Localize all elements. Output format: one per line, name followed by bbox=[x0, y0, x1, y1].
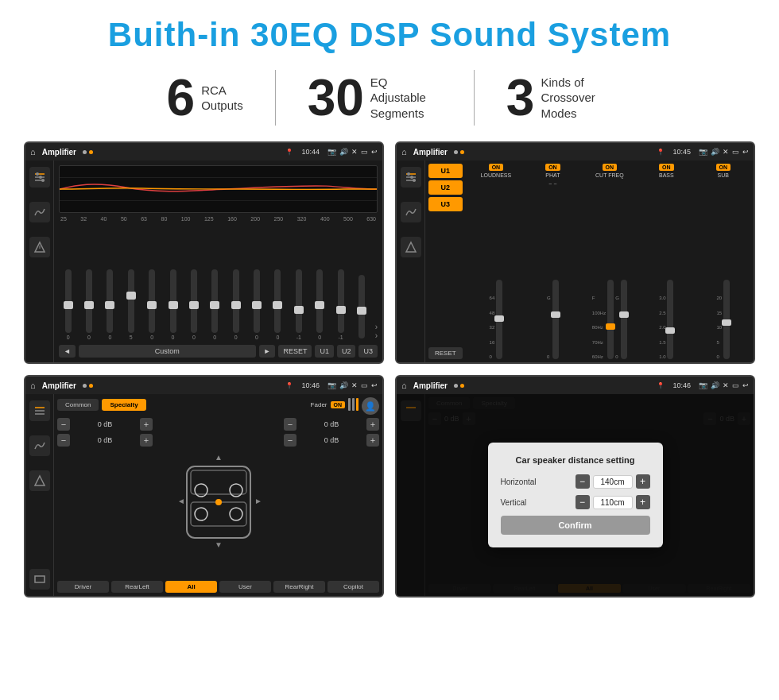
eq-handle-8[interactable] bbox=[231, 301, 241, 309]
eq-sidebar-btn-3[interactable] bbox=[29, 237, 50, 257]
sub-handle[interactable] bbox=[722, 319, 731, 326]
eq-handle-14[interactable] bbox=[357, 307, 366, 315]
u2-btn[interactable]: U2 bbox=[428, 180, 463, 195]
avatar-icon[interactable]: 👤 bbox=[362, 397, 379, 415]
vertical-plus-btn[interactable]: + bbox=[636, 495, 650, 509]
u1-btn[interactable]: U1 bbox=[428, 164, 463, 178]
db-minus-4[interactable]: − bbox=[284, 434, 296, 447]
cutfreq-slider-f[interactable] bbox=[607, 280, 614, 359]
screen-dialog: ⌂ Amplifier 📍 10:46 📷 🔊 ✕ ▭ ↩ bbox=[395, 375, 755, 598]
amp-sidebar-btn-3[interactable] bbox=[401, 237, 421, 257]
home-icon-1[interactable]: ⌂ bbox=[30, 147, 36, 157]
db-minus-1[interactable]: − bbox=[57, 418, 70, 431]
eq-custom-btn[interactable]: Custom bbox=[79, 345, 256, 358]
eq-slider-track-3[interactable] bbox=[128, 269, 134, 333]
sub-slider[interactable] bbox=[723, 280, 730, 359]
eq-sidebar-btn-2[interactable] bbox=[29, 202, 50, 222]
spk-sidebar-btn-3[interactable] bbox=[29, 470, 50, 491]
cutfreq-slider-g[interactable] bbox=[621, 280, 627, 359]
eq-handle-9[interactable] bbox=[252, 301, 262, 309]
spk-sidebar-btn-1[interactable] bbox=[29, 400, 50, 421]
eq-handle-0[interactable] bbox=[64, 301, 73, 309]
amp-sidebar-btn-2[interactable] bbox=[401, 202, 421, 222]
all-btn[interactable]: All bbox=[165, 581, 217, 593]
confirm-button[interactable]: Confirm bbox=[501, 516, 650, 535]
eq-handle-10[interactable] bbox=[273, 301, 282, 309]
eq-handle-3[interactable] bbox=[126, 292, 136, 300]
db-minus-2[interactable]: − bbox=[57, 434, 70, 447]
eq-slider-track-10[interactable] bbox=[274, 269, 281, 333]
eq-handle-5[interactable] bbox=[169, 301, 178, 309]
copilot-btn[interactable]: Copilot bbox=[327, 581, 379, 593]
eq-handle-6[interactable] bbox=[189, 301, 199, 309]
db-plus-2[interactable]: + bbox=[140, 434, 153, 447]
horizontal-minus-btn[interactable]: − bbox=[576, 474, 590, 489]
svg-point-16 bbox=[413, 179, 416, 182]
eq-handle-1[interactable] bbox=[84, 301, 94, 309]
spk-sidebar-btn-2[interactable] bbox=[29, 435, 50, 456]
eq-sliders-row: 0 0 0 bbox=[59, 225, 378, 342]
eq-u2-btn[interactable]: U2 bbox=[337, 345, 356, 358]
eq-slider-track-5[interactable] bbox=[170, 269, 176, 333]
eq-handle-13[interactable] bbox=[336, 306, 346, 314]
eq-slider-track-4[interactable] bbox=[149, 269, 155, 333]
cutfreq-handle-g[interactable] bbox=[619, 311, 629, 318]
spk-sidebar-btn-4[interactable] bbox=[29, 569, 50, 590]
phat-slider[interactable] bbox=[552, 280, 559, 359]
db-row-3: − 0 dB + bbox=[284, 418, 379, 431]
eq-slider-track-12[interactable] bbox=[316, 269, 323, 333]
volume-icon-3: 🔊 bbox=[339, 381, 348, 389]
eq-slider-track-0[interactable] bbox=[65, 269, 72, 333]
amp-col-phat: ON PHAT ~~ G bbox=[525, 164, 579, 359]
eq-slider-track-2[interactable] bbox=[107, 269, 113, 333]
svg-text:►: ► bbox=[254, 497, 262, 505]
eq-slider-2: 0 bbox=[101, 269, 119, 340]
rearleft-btn[interactable]: RearLeft bbox=[111, 581, 163, 593]
home-icon-2[interactable]: ⌂ bbox=[401, 147, 407, 157]
eq-slider-track-8[interactable] bbox=[233, 269, 239, 333]
horizontal-plus-btn[interactable]: + bbox=[636, 474, 650, 489]
bass-slider[interactable] bbox=[667, 280, 673, 359]
eq-slider-track-11[interactable] bbox=[296, 269, 302, 333]
db-plus-3[interactable]: + bbox=[366, 418, 379, 431]
eq-sidebar-btn-1[interactable] bbox=[29, 167, 50, 188]
vertical-minus-btn[interactable]: − bbox=[576, 495, 590, 509]
eq-handle-12[interactable] bbox=[315, 301, 324, 309]
eq-slider-track-13[interactable] bbox=[338, 269, 344, 333]
db-plus-1[interactable]: + bbox=[140, 418, 153, 431]
eq-handle-4[interactable] bbox=[147, 301, 157, 309]
eq-handle-7[interactable] bbox=[210, 301, 219, 309]
eq-slider-track-1[interactable] bbox=[86, 269, 92, 333]
eq-u1-btn[interactable]: U1 bbox=[315, 345, 334, 358]
eq-slider-track-9[interactable] bbox=[254, 269, 260, 333]
user-btn[interactable]: User bbox=[219, 581, 271, 593]
tab-common[interactable]: Common bbox=[57, 399, 99, 411]
driver-btn[interactable]: Driver bbox=[57, 581, 109, 593]
eq-reset-btn[interactable]: RESET bbox=[278, 345, 312, 358]
u3-btn[interactable]: U3 bbox=[428, 197, 463, 211]
eq-u3-btn[interactable]: U3 bbox=[358, 345, 378, 358]
eq-slider-track-6[interactable] bbox=[191, 269, 197, 333]
eq-handle-2[interactable] bbox=[105, 301, 114, 309]
volume-icon-1: 🔊 bbox=[339, 148, 348, 156]
loudness-sliders: 64 48 32 16 0 bbox=[490, 181, 503, 359]
home-icon-4[interactable]: ⌂ bbox=[401, 381, 407, 390]
phat-handle[interactable] bbox=[551, 311, 560, 318]
eq-chevrons[interactable]: › › bbox=[375, 323, 378, 340]
amp-reset-btn[interactable]: RESET bbox=[428, 347, 463, 359]
loudness-handle[interactable] bbox=[494, 315, 504, 322]
home-icon-3[interactable]: ⌂ bbox=[30, 381, 36, 390]
loudness-slider[interactable] bbox=[496, 280, 502, 359]
db-minus-3[interactable]: − bbox=[284, 418, 296, 431]
eq-handle-11[interactable] bbox=[294, 306, 304, 314]
rearright-btn[interactable]: RearRight bbox=[273, 581, 325, 593]
eq-slider-track-7[interactable] bbox=[211, 269, 218, 333]
db-plus-4[interactable]: + bbox=[366, 434, 379, 447]
cutfreq-handle-f[interactable] bbox=[606, 323, 615, 330]
eq-prev-btn[interactable]: ◄ bbox=[59, 345, 76, 358]
eq-play-btn[interactable]: ► bbox=[259, 345, 276, 358]
tab-specialty[interactable]: Specialty bbox=[102, 399, 145, 411]
bass-handle[interactable] bbox=[665, 327, 675, 334]
amp-sidebar-btn-1[interactable] bbox=[401, 167, 421, 188]
eq-slider-track-14[interactable] bbox=[358, 275, 365, 338]
